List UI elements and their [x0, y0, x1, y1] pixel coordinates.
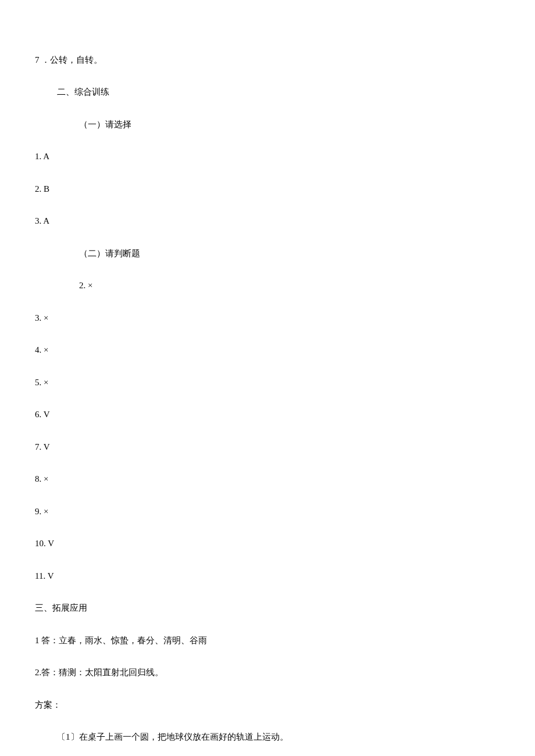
- plan-step-1: 〔1〕在桌子上画一个圆，把地球仪放在画好的轨道上运动。: [35, 729, 535, 746]
- answer-judge-6: 6. V: [35, 407, 535, 423]
- heading-subsection-2-2: （二）请判断题: [35, 246, 535, 262]
- answer-judge-8: 8. ×: [35, 471, 535, 488]
- answer-judge-3: 3. ×: [35, 310, 535, 327]
- heading-subsection-2-1: （一）请选择: [35, 117, 535, 133]
- answer-extend-2: 2.答：猜测：太阳直射北回归线。: [35, 665, 535, 681]
- answer-choice-1: 1. A: [35, 149, 535, 165]
- answer-judge-10: 10. V: [35, 536, 535, 552]
- answer-judge-11: 11. V: [35, 568, 535, 585]
- answer-judge-9: 9. ×: [35, 504, 535, 520]
- label-plan: 方案：: [35, 697, 535, 714]
- answer-extend-1: 1 答：立春，雨水、惊蛰，春分、清明、谷雨: [35, 633, 535, 649]
- answer-choice-3: 3. A: [35, 213, 535, 230]
- heading-section-2: 二、综合训练: [35, 84, 535, 101]
- answer-judge-5: 5. ×: [35, 375, 535, 391]
- answer-judge-4: 4. ×: [35, 342, 535, 359]
- answer-judge-7: 7. V: [35, 439, 535, 456]
- answer-choice-2: 2. B: [35, 181, 535, 198]
- answer-judge-2: 2. ×: [35, 278, 535, 294]
- text-line-q7: 7 ．公转，自转。: [35, 52, 535, 69]
- heading-section-3: 三、拓展应用: [35, 600, 535, 617]
